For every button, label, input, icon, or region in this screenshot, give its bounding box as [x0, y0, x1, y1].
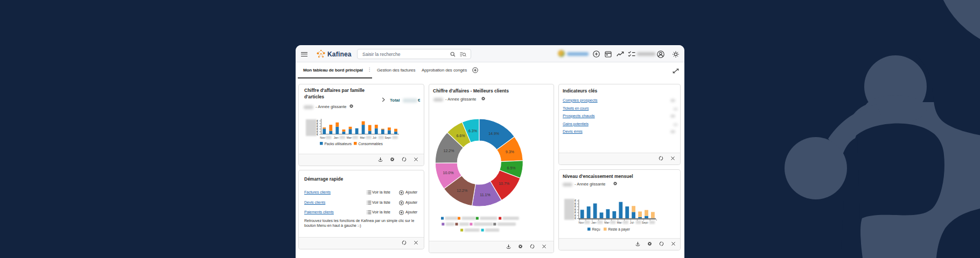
svg-text:€: € [317, 133, 318, 136]
svg-text:Jan-: Jan- [334, 136, 339, 139]
svg-text:6.3%: 6.3% [468, 129, 477, 133]
svg-text:€: € [575, 214, 576, 217]
svg-text:14.9%: 14.9% [488, 132, 499, 135]
svg-text:Packs utilisateurs: Packs utilisateurs [325, 142, 352, 146]
svg-text:Sept-: Sept- [385, 136, 392, 139]
svg-text:6.6%: 6.6% [456, 134, 465, 138]
svg-text:€: € [575, 199, 576, 202]
svg-text:Reste à payer: Reste à payer [608, 227, 631, 232]
svg-text:Nov-: Nov- [320, 136, 326, 139]
svg-text:Reçu: Reçu [592, 227, 601, 232]
svg-text:€: € [575, 209, 576, 211]
svg-text:Jul-: Jul- [630, 221, 635, 224]
svg-text:12.2%: 12.2% [444, 149, 454, 153]
svg-text:Consommables: Consommables [359, 142, 383, 146]
svg-text:Jul-: Jul- [373, 136, 377, 139]
svg-text:€: € [575, 211, 576, 214]
svg-text:Jan-: Jan- [591, 221, 597, 224]
svg-text:Mai-: Mai- [617, 221, 622, 224]
svg-text:Mar-: Mar- [347, 136, 353, 139]
svg-text:€: € [575, 217, 576, 220]
svg-text:10.0%: 10.0% [443, 171, 454, 175]
svg-text:12.2%: 12.2% [457, 189, 467, 192]
svg-text:Mar-: Mar- [604, 221, 610, 224]
svg-text:Mai-: Mai- [360, 136, 366, 139]
svg-text:9.3%: 9.3% [506, 150, 514, 154]
svg-text:€: € [575, 203, 576, 205]
svg-text:Sept-: Sept- [642, 221, 649, 224]
svg-text:11.1%: 11.1% [480, 193, 490, 197]
svg-text:10.7%: 10.7% [499, 182, 509, 185]
svg-text:Nov-: Nov- [579, 221, 585, 224]
svg-text:€: € [575, 205, 576, 208]
svg-text:6.5%: 6.5% [507, 166, 516, 170]
